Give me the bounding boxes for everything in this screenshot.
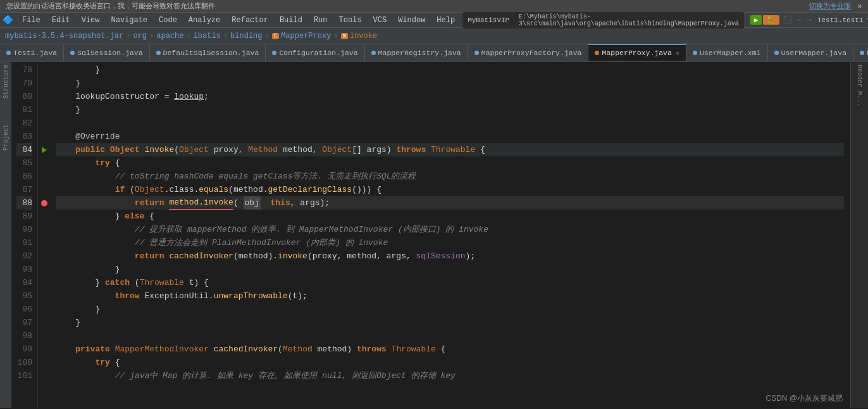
line-num-98: 98 [16, 329, 32, 343]
nav-sep-2: › [149, 32, 154, 41]
menu-run[interactable]: Run [309, 15, 333, 26]
stop-button[interactable]: ⬛ [781, 15, 794, 25]
nav-binding[interactable]: binding [230, 32, 262, 41]
tab-dot-defaultsqlsession [156, 51, 161, 55]
line-num-78: 78 [16, 63, 32, 77]
code-97: } [56, 316, 80, 329]
line-numbers: 78 79 80 81 82 83 84 85 86 87 88 89 90 9… [11, 62, 38, 408]
code-line-78: } [56, 63, 844, 77]
notif-close[interactable]: ✕ [857, 2, 862, 10]
sidebar-left: Structure Project [0, 62, 11, 408]
breakpoint-88[interactable] [41, 200, 47, 206]
tab-defaultsqlsession[interactable]: DefaultSqlSession.java [150, 44, 266, 61]
menu-build[interactable]: Build [275, 15, 307, 26]
mybatis-jar: MyBatisVIP [468, 16, 509, 24]
sidebar-label-project[interactable]: Project [3, 124, 9, 151]
scrollbar[interactable] [844, 62, 850, 408]
code-78: } [56, 63, 100, 77]
menu-tools[interactable]: Tools [334, 15, 367, 26]
menu-navigate[interactable]: Navigate [106, 15, 152, 26]
nav-sep-6: › [333, 32, 338, 41]
tab-sqlsession[interactable]: SqlSession.java [64, 44, 150, 61]
line-num-83: 83 [16, 130, 32, 143]
tab-usermapper-xml[interactable]: UserMapper.xml [686, 44, 768, 61]
code-line-94: } catch (Throwable t) { [56, 276, 844, 289]
toolbar-actions: ▶ 🐛 ⬛ ← → Test1.test1 ▼ [750, 15, 868, 25]
menu-refactor[interactable]: Refactor [226, 15, 273, 26]
menu-view[interactable]: View [77, 15, 105, 26]
tab-test1[interactable]: Test1.java [0, 44, 64, 61]
sidebar-label-structure[interactable]: Structure [3, 65, 9, 99]
nav-jar[interactable]: mybatis-3.5.4-snapshot.jar [5, 32, 123, 41]
tab-label-configuration: Configuration.java [279, 49, 357, 57]
code-line-89: } else { [56, 210, 844, 223]
gutter-88 [38, 196, 51, 210]
menu-window[interactable]: Window [393, 15, 430, 26]
tab-usermapper-java[interactable]: UserMapper.java [768, 44, 854, 61]
watermark: CSDN @小灰灰要减肥 [766, 393, 843, 404]
back-button[interactable]: ← [795, 16, 803, 25]
code-line-98 [56, 329, 844, 343]
method-invoke-underlined: method.invoke [169, 196, 233, 210]
code-line-80: lookupConstructor = lookup; [56, 90, 844, 103]
gutter-91 [38, 236, 51, 249]
tab-preparedstatementhandler[interactable]: PreparedStatementHandler.java [853, 44, 868, 61]
reader-mode-label[interactable]: Reader M... [856, 65, 863, 106]
gutter-93 [38, 263, 51, 276]
debug-button[interactable]: 🐛 [763, 15, 779, 25]
code-91-indent [56, 236, 135, 249]
nav-method-name[interactable]: invoke [350, 32, 377, 41]
line-num-84: 84 [16, 143, 32, 156]
nav-class-name[interactable]: MapperProxy [281, 32, 331, 41]
menu-file[interactable]: File [17, 15, 46, 26]
tab-dot-mapperregistry [371, 51, 376, 55]
gutter-85 [38, 156, 51, 170]
file-path: E:\Mybatis\mybatis-3\src\main\java\org\a… [519, 13, 739, 27]
code-93: } [56, 263, 120, 276]
tab-mapperproxyfactory[interactable]: MapperProxyFactory.java [468, 44, 589, 61]
tab-mapperregistry[interactable]: MapperRegistry.java [365, 44, 468, 61]
code-80 [56, 90, 75, 103]
line-num-91: 91 [16, 236, 32, 249]
line-num-79: 79 [16, 77, 32, 90]
tab-dot-test1 [6, 51, 11, 55]
nav-invoke[interactable]: m invoke [341, 32, 378, 41]
code-line-87: if (Object.class.equals(method.getDeclar… [56, 183, 844, 196]
code-line-100: try { [56, 356, 844, 369]
nav-sep-1: › [126, 32, 130, 41]
run-config[interactable]: MyBatisVIP · E:\Mybatis\mybatis-3\src\ma… [462, 12, 744, 28]
line-num-100: 100 [16, 356, 32, 369]
tab-label-test1: Test1.java [13, 49, 57, 57]
forward-button[interactable]: → [805, 16, 814, 25]
path-sep-1: · [512, 16, 516, 24]
nav-org[interactable]: org [133, 32, 147, 41]
notification-bar: 您设置的白话语言和接收类语言口，我，可能会导致对答允法库翻件 切换为专业版 ✕ [0, 0, 868, 13]
menu-vcs[interactable]: VCS [368, 15, 392, 26]
line-num-85: 85 [16, 156, 32, 170]
notif-link[interactable]: 切换为专业版 [809, 1, 851, 11]
menu-help[interactable]: Help [431, 15, 460, 26]
nav-apache[interactable]: apache [156, 32, 183, 41]
tab-label-defaultsqlsession: DefaultSqlSession.java [163, 49, 259, 57]
run-button[interactable]: ▶ [750, 15, 762, 25]
gutter-101 [38, 369, 51, 382]
gutter-97 [38, 316, 51, 329]
tab-dot-preparedstatementhandler [860, 51, 864, 55]
tab-mapperproxy[interactable]: MapperProxy.java ✕ [588, 44, 686, 61]
nav-mapperproxy[interactable]: C MapperProxy [272, 32, 332, 41]
menu-edit[interactable]: Edit [47, 15, 75, 26]
menu-code[interactable]: Code [154, 15, 182, 26]
reader-mode-bar: Reader M... [850, 62, 868, 408]
obj-highlight: obj [244, 196, 261, 210]
menu-analyze[interactable]: Analyze [183, 15, 225, 26]
nav-sep-5: › [265, 32, 270, 41]
gutter-83 [38, 130, 51, 143]
code-line-88: return method.invoke( obj this, args); [56, 196, 844, 210]
gutter-87 [38, 183, 51, 196]
tab-close-mapperproxy[interactable]: ✕ [676, 49, 679, 57]
nav-ibatis[interactable]: ibatis [194, 32, 221, 41]
tab-configuration[interactable]: Configuration.java [266, 44, 364, 61]
app-icon: 🔷 [3, 15, 13, 25]
run-config-name[interactable]: Test1.test1 [815, 16, 866, 24]
code-content[interactable]: } } lookupConstructor = lookup; } @Overr… [51, 62, 844, 408]
